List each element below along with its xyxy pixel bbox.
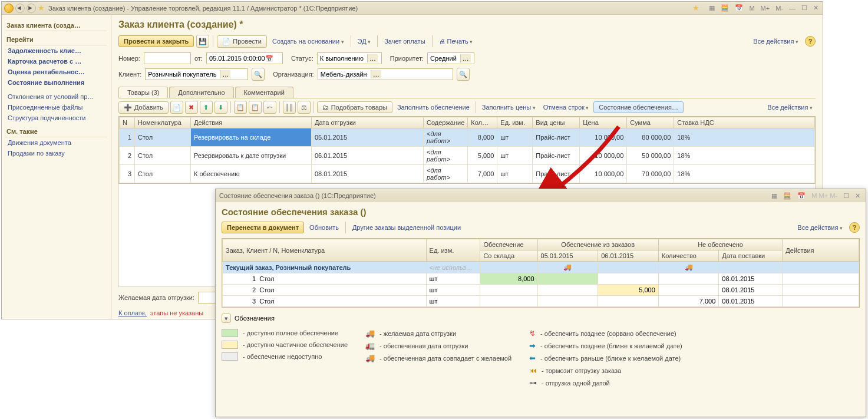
star-icon[interactable]: ★ [691,4,701,12]
separator [213,35,213,47]
supply-grid: Заказ, Клиент / N, Номенклатура Ед. изм.… [222,238,860,308]
refresh-icon[interactable]: ⤺ [263,101,276,114]
late-ok-icon: ➡ [529,341,536,350]
favorite-icon[interactable]: ★ [38,4,45,12]
from-label: от: [194,55,203,62]
modal-close[interactable]: ✕ [853,192,862,200]
delete-icon[interactable]: ✖ [185,101,198,114]
other-orders-button[interactable]: Другие заказы выделенной позиции [349,222,464,233]
print-button[interactable]: 🖨 Печать [436,36,476,47]
fill-prices-button[interactable]: Заполнить цены [479,102,539,113]
up-icon[interactable]: ⬆ [200,101,213,114]
sidebar-link-profit[interactable]: Оценка рентабельнос… [5,67,107,77]
add-button[interactable]: ➕ Добавить [118,101,169,114]
date-input[interactable]: 05.01.2015 0:00:00 📅 [206,52,283,64]
tab-goods[interactable]: Товары (3) [118,87,168,98]
payment-stages: этапы не указаны [150,309,203,316]
sidebar-link-debt[interactable]: Задолженность клие… [5,45,107,56]
sidebar-link-card[interactable]: Карточка расчетов с … [5,56,107,67]
table-row[interactable]: 3 Столшт7,00008.01.2015 [223,296,859,307]
priority-input[interactable]: Средний [427,52,474,64]
minimize-button[interactable]: — [787,5,797,12]
modal-maximize[interactable]: ☐ [841,192,851,200]
supply-state-button[interactable]: Состояние обеспечения… [593,101,684,113]
client-input[interactable]: Розничный покупатель [145,68,248,80]
modal-title: Состояние обеспечения заказа () [222,207,860,217]
move-to-doc-button[interactable]: Перенести в документ [222,222,304,233]
sidebar-link-movements[interactable]: Движения документа [5,137,107,148]
barcode-icon[interactable]: ║║ [283,101,296,114]
close-button[interactable]: ✕ [811,4,820,12]
brake-icon: ⏮ [529,366,537,375]
tab-additional[interactable]: Дополнительно [169,87,233,98]
offset-button[interactable]: Зачет оплаты [381,36,428,47]
all-actions-button[interactable]: Все действия [750,36,801,47]
create-based-button[interactable]: Создать на основании [269,36,347,47]
legend-toggle-icon[interactable]: ▾ [222,314,231,323]
goods-toolbar: ➕ Добавить 📄 ✖ ⬆ ⬇ 📋 📋 ⤺ ║║ ⚖ 🗂 Подобрат… [118,98,816,116]
modal-help-icon[interactable]: ? [849,222,860,233]
calendar-icon[interactable]: 📅 [796,192,807,200]
ed-button[interactable]: ЭД [355,36,374,47]
table-row[interactable]: 2СтолРезервировать к дате отгрузки06.01.… [120,147,815,165]
copy-icon[interactable]: 📄 [170,101,183,114]
number-input[interactable] [144,52,191,64]
table-row[interactable]: 3СтолК обеспечению08.01.2015<для работ>7… [120,165,815,183]
early-icon: ⬅ [529,354,536,362]
mem-m[interactable]: M [747,5,756,12]
sidebar-link-files[interactable]: Присоединенные файлы [5,102,107,113]
single-date-icon: ⊶ [529,378,537,387]
pick-button[interactable]: 🗂 Подобрать товары [317,101,392,113]
org-search-icon[interactable]: 🔍 [457,68,470,81]
truck-ok-icon: 🚛 [365,341,375,350]
down-icon[interactable]: ⬇ [214,101,227,114]
sidebar-link-status[interactable]: Состояние выполнения [5,77,107,88]
goods-all-actions[interactable]: Все действия [764,102,816,113]
truck-match-icon: 🚚 [365,354,375,362]
maximize-button[interactable]: ☐ [800,4,809,12]
mem-mplus[interactable]: M+ [759,5,772,12]
status-input[interactable]: К выполнению [317,52,382,64]
calc-icon[interactable]: 🧮 [781,192,793,200]
nav-back-icon[interactable]: ◄ [15,4,25,13]
sidebar: Заказ клиента (созда… Перейти Задолженно… [2,15,111,319]
calendar-icon[interactable]: 📅 [733,4,745,12]
mem-mminus[interactable]: M- [774,5,785,12]
status-label: Статус: [291,55,313,62]
tabs: Товары (3) Дополнительно Комментарий [118,87,816,98]
copy2-icon[interactable]: 📋 [234,101,247,114]
cancel-rows-button[interactable]: Отмена строк [540,102,592,113]
group-row[interactable]: Текущий заказ, Розничный покупатель <не … [223,262,859,273]
table-row[interactable]: 2 Столшт5,00008.01.2015 [223,285,859,296]
sidebar-link-sales[interactable]: Продажи по заказу [5,148,107,159]
tab-comment[interactable]: Комментарий [235,87,293,98]
post-and-close-button[interactable]: Провести и закрыть [118,35,194,47]
scale-icon[interactable]: ⚖ [298,101,311,114]
modal-title-bar: Состояние обеспечения заказа () (1С:Пред… [216,189,866,202]
post-button[interactable]: 📄 Провести [217,35,267,48]
sidebar-link-deviations[interactable]: Отклонения от условий пр… [5,91,107,102]
sidebar-link-structure[interactable]: Структура подчиненности [5,113,107,123]
main-toolbar: Провести и закрыть 💾 📄 Провести Создать … [118,35,816,48]
table-row[interactable]: 1СтолРезервировать на складе05.01.2015<д… [120,128,815,147]
truck-icon: 🚚 [365,329,375,338]
org-input[interactable]: Мебель-дизайн [318,68,453,80]
grid-header: N Номенклатура Действия Дата отгрузки Со… [120,117,815,128]
paste-icon[interactable]: 📋 [249,101,262,114]
swatch-green [222,329,238,337]
table-row[interactable]: 1 Столшт8,00008.01.2015 [223,273,859,285]
fill-supply-button[interactable]: Заполнить обеспечение [394,102,473,113]
modal-all-actions[interactable]: Все действия [794,222,846,233]
late-broken-icon: ↯ [529,329,536,338]
help-icon[interactable]: ? [805,36,816,47]
modal-window: Состояние обеспечения заказа () (1С:Пред… [215,189,866,417]
grid-icon[interactable]: ▦ [770,192,779,200]
calc-icon[interactable]: 🧮 [719,4,731,12]
refresh-button[interactable]: Обновить [306,222,342,233]
grid-icon[interactable]: ▦ [707,4,717,12]
sidebar-go: Перейти [5,34,107,45]
nav-fwd-icon[interactable]: ► [27,4,36,13]
client-search-icon[interactable]: 🔍 [252,68,265,81]
save-icon[interactable]: 💾 [196,35,209,48]
payment-link[interactable]: К оплате, [118,309,147,316]
